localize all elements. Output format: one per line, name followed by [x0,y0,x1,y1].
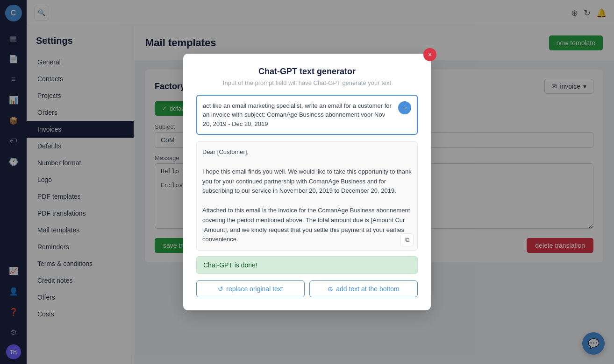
add-icon: ⊕ [328,285,333,293]
modal-close-button[interactable]: × [423,48,436,61]
modal-title: Chat-GPT text generator [196,67,418,77]
modal-overlay: × Chat-GPT text generator Input of the p… [0,0,614,364]
replace-label: replace original text [226,285,283,293]
generated-text-p1: Dear [Customer], [202,147,412,157]
modal-prompt-submit-button[interactable]: → [398,101,411,114]
modal-prompt-text: act like an email marketing specialist, … [203,101,394,129]
modal-status-badge: Chat-GPT is done! [196,256,418,274]
replace-icon: ↺ [218,285,223,293]
add-bottom-label: add text at the bottom [336,285,399,293]
generated-text-p2: I hope this email finds you well. We wou… [202,167,412,196]
replace-original-button[interactable]: ↺ replace original text [196,280,305,297]
modal-subtitle: Input of the prompt field will have Chat… [196,79,418,86]
modal-prompt-area: act like an email marketing specialist, … [196,95,418,135]
modal-actions: ↺ replace original text ⊕ add text at th… [196,280,418,297]
modal-generated-text: Dear [Customer], I hope this email finds… [196,141,418,251]
copy-button[interactable]: ⧉ [400,233,414,246]
add-text-bottom-button[interactable]: ⊕ add text at the bottom [309,280,418,297]
generated-text-p3: Attached to this email is the invoice fo… [202,206,412,245]
chat-gpt-modal: × Chat-GPT text generator Input of the p… [183,54,431,310]
